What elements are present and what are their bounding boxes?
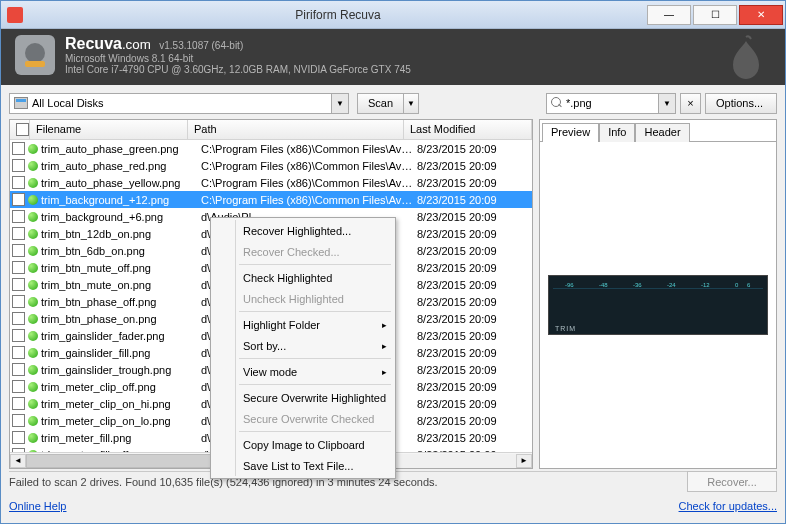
menu-item[interactable]: Recover Highlighted... — [213, 220, 393, 241]
status-dot-icon — [28, 144, 38, 154]
row-checkbox[interactable] — [12, 244, 25, 257]
status-dot-icon — [28, 195, 38, 205]
col-path[interactable]: Path — [188, 120, 404, 139]
col-modified[interactable]: Last Modified — [404, 120, 532, 139]
row-checkbox[interactable] — [12, 414, 25, 427]
chevron-down-icon[interactable]: ▼ — [331, 94, 348, 113]
cell-modified: 8/23/2015 20:09 — [417, 330, 515, 342]
preview-pane: Preview Info Header -96 -48 -36 -24 -12 … — [539, 119, 777, 469]
submenu-arrow-icon: ▸ — [382, 320, 387, 330]
recuva-logo-icon — [15, 35, 55, 75]
col-checkbox[interactable] — [10, 120, 30, 139]
cell-path: C:\Program Files (x86)\Common Files\Avid… — [201, 194, 417, 206]
os-line: Microsoft Windows 8.1 64-bit — [65, 53, 411, 64]
check-updates-link[interactable]: Check for updates... — [679, 500, 777, 512]
scan-button[interactable]: Scan — [357, 93, 403, 114]
menu-item[interactable]: Save List to Text File... — [213, 455, 393, 476]
status-dot-icon — [28, 229, 38, 239]
scroll-thumb[interactable] — [26, 454, 222, 468]
menu-item: Secure Overwrite Checked — [213, 408, 393, 429]
maximize-button[interactable]: ☐ — [693, 5, 737, 25]
svg-point-0 — [25, 43, 45, 63]
cell-modified: 8/23/2015 20:09 — [417, 228, 515, 240]
table-row[interactable]: trim_background_+12.pngC:\Program Files … — [10, 191, 532, 208]
row-checkbox[interactable] — [12, 295, 25, 308]
search-dropdown-icon[interactable]: ▼ — [658, 94, 675, 113]
cell-modified: 8/23/2015 20:09 — [417, 262, 515, 274]
scroll-left-icon[interactable]: ◄ — [10, 454, 26, 468]
row-checkbox[interactable] — [12, 227, 25, 240]
row-checkbox[interactable] — [12, 346, 25, 359]
row-checkbox[interactable] — [12, 193, 25, 206]
row-checkbox[interactable] — [12, 176, 25, 189]
row-checkbox[interactable] — [12, 278, 25, 291]
disk-icon — [14, 97, 28, 109]
tab-info[interactable]: Info — [599, 123, 635, 142]
cell-modified: 8/23/2015 20:09 — [417, 381, 515, 393]
cell-path: C:\Program Files (x86)\Common Files\Avid… — [201, 177, 417, 189]
table-row[interactable]: trim_auto_phase_red.pngC:\Program Files … — [10, 157, 532, 174]
menu-item: Recover Checked... — [213, 241, 393, 262]
drive-select[interactable]: All Local Disks ▼ — [9, 93, 349, 114]
close-button[interactable]: ✕ — [739, 5, 783, 25]
tab-preview[interactable]: Preview — [542, 123, 599, 142]
row-checkbox[interactable] — [12, 397, 25, 410]
brand-suffix: .com — [122, 37, 151, 52]
svg-rect-1 — [25, 61, 45, 67]
cell-modified: 8/23/2015 20:09 — [417, 364, 515, 376]
row-checkbox[interactable] — [12, 261, 25, 274]
row-checkbox[interactable] — [12, 142, 25, 155]
table-row[interactable]: trim_auto_phase_yellow.pngC:\Program Fil… — [10, 174, 532, 191]
cell-modified: 8/23/2015 20:09 — [417, 143, 515, 155]
menu-item[interactable]: Highlight Folder▸ — [213, 314, 393, 335]
preview-caption: TRIM — [555, 325, 576, 332]
column-headers: Filename Path Last Modified — [10, 120, 532, 140]
preview-tabs: Preview Info Header — [540, 120, 776, 142]
menu-item[interactable]: View mode▸ — [213, 361, 393, 382]
row-checkbox[interactable] — [12, 380, 25, 393]
scan-dropdown[interactable]: ▼ — [403, 93, 419, 114]
row-checkbox[interactable] — [12, 431, 25, 444]
row-checkbox[interactable] — [12, 329, 25, 342]
cell-filename: trim_btn_phase_off.png — [41, 296, 201, 308]
status-dot-icon — [28, 450, 38, 453]
online-help-link[interactable]: Online Help — [9, 500, 66, 512]
status-dot-icon — [28, 178, 38, 188]
menu-item[interactable]: Copy Image to Clipboard — [213, 434, 393, 455]
minimize-button[interactable]: — — [647, 5, 691, 25]
status-dot-icon — [28, 297, 38, 307]
row-checkbox[interactable] — [12, 210, 25, 223]
menu-item[interactable]: Check Highlighted — [213, 267, 393, 288]
row-checkbox[interactable] — [12, 312, 25, 325]
tab-header[interactable]: Header — [635, 123, 689, 142]
col-filename[interactable]: Filename — [30, 120, 188, 139]
cell-modified: 8/23/2015 20:09 — [417, 211, 515, 223]
scroll-right-icon[interactable]: ► — [516, 454, 532, 468]
row-checkbox[interactable] — [12, 363, 25, 376]
cell-filename: trim_gainslider_fader.png — [41, 330, 201, 342]
row-checkbox[interactable] — [12, 159, 25, 172]
cell-filename: trim_auto_phase_yellow.png — [41, 177, 201, 189]
recover-button[interactable]: Recover... — [687, 471, 777, 492]
menu-item[interactable]: Secure Overwrite Highlighted — [213, 387, 393, 408]
cell-modified: 8/23/2015 20:09 — [417, 245, 515, 257]
version-label: v1.53.1087 (64-bit) — [159, 40, 243, 51]
status-dot-icon — [28, 348, 38, 358]
status-dot-icon — [28, 399, 38, 409]
context-menu[interactable]: Recover Highlighted...Recover Checked...… — [210, 217, 396, 479]
menu-item[interactable]: Sort by...▸ — [213, 335, 393, 356]
row-checkbox[interactable] — [12, 448, 25, 452]
status-dot-icon — [28, 212, 38, 222]
status-dot-icon — [28, 280, 38, 290]
cell-modified: 8/23/2015 20:09 — [417, 296, 515, 308]
footer: Online Help Check for updates... — [9, 495, 777, 517]
search-value: *.png — [566, 97, 592, 109]
preview-image: -96 -48 -36 -24 -12 0 6 TRIM — [548, 275, 768, 335]
preview-content: -96 -48 -36 -24 -12 0 6 TRIM — [540, 142, 776, 468]
hw-line: Intel Core i7-4790 CPU @ 3.60GHz, 12.0GB… — [65, 64, 411, 75]
options-button[interactable]: Options... — [705, 93, 777, 114]
clear-search-button[interactable]: × — [680, 93, 701, 114]
table-row[interactable]: trim_auto_phase_green.pngC:\Program File… — [10, 140, 532, 157]
drive-label: All Local Disks — [32, 97, 104, 109]
search-input[interactable]: *.png ▼ — [546, 93, 676, 114]
